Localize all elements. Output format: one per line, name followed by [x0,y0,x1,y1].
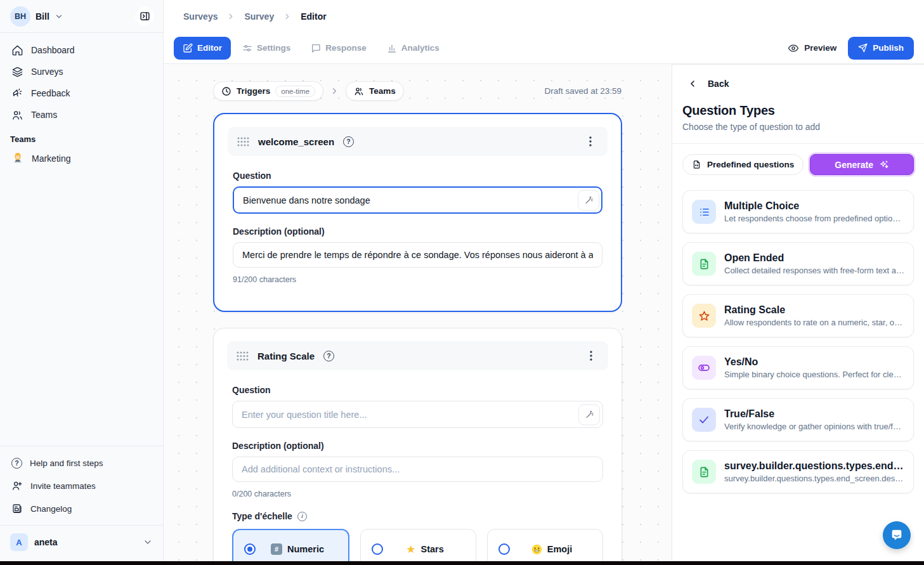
sidebar-item-label: Feedback [31,88,70,98]
question-description-input[interactable] [233,242,602,268]
editor-toolbar: Editor Settings Response Analytics Previ… [164,32,924,64]
type-card-rating-scale[interactable]: Rating Scale Allow respondents to rate o… [682,294,914,337]
type-card-multiple-choice[interactable]: Multiple Choice Let respondents choose f… [682,190,914,233]
generate-label: Generate [835,160,873,170]
panel-divider [672,143,924,144]
users-icon [354,86,364,96]
question-card-welcome-screen[interactable]: welcome_screen ? Question Description (o… [213,113,622,312]
info-icon[interactable]: i [297,512,307,521]
card-title: Rating Scale [257,351,315,361]
toggle-icon [692,356,716,380]
type-title: True/False [724,408,904,420]
type-card-yes-no[interactable]: Yes/No Simple binary choice questions. P… [682,346,914,389]
sidebar-item-changelog[interactable]: Changelog [5,497,158,520]
account-switcher[interactable]: A aneta [0,526,163,561]
type-title: Open Ended [724,252,904,264]
megaphone-icon [11,88,23,100]
sidebar-item-label: Dashboard [31,45,75,55]
radio-unselected[interactable] [498,543,510,555]
triggers-label: Triggers [237,86,270,96]
kebab-menu-icon[interactable] [583,134,598,149]
sidebar-item-label: Surveys [31,67,63,77]
sidebar-item-label: Invite teammates [30,481,96,491]
question-title-input[interactable] [232,401,603,428]
account-name: aneta [34,537,136,547]
scale-option-label: Stars [420,544,443,554]
teams-chip[interactable]: Teams [346,81,404,101]
card-header: Rating Scale ? [227,341,608,370]
workspace-name[interactable]: Bill [36,11,49,22]
teams-section-label: Teams [0,126,163,146]
radio-selected[interactable] [244,543,256,555]
scale-option-numeric[interactable]: # Numeric [232,529,349,561]
question-types-panel: Back Question Types Choose the type of q… [672,64,924,561]
question-card-rating-scale[interactable]: Rating Scale ? Question Description (opt… [213,328,622,561]
tab-label: Response [325,43,367,53]
home-icon [11,44,23,56]
sidebar-item-help[interactable]: ? Help and first steps [5,451,158,474]
sidebar-item-dashboard[interactable]: Dashboard [5,39,158,61]
collapse-sidebar-button[interactable] [135,7,154,26]
question-title-input[interactable] [233,186,602,214]
list-icon [692,200,716,224]
sidebar-item-feedback[interactable]: Feedback [5,82,158,104]
trigger-frequency-badge: one-time [275,86,315,97]
predefined-questions-button[interactable]: Predefined questions [682,154,804,175]
back-button[interactable]: Back [682,79,914,89]
drag-handle-icon[interactable] [237,137,249,146]
chevron-down-icon [143,537,153,547]
workspace-avatar[interactable]: BH [10,6,30,27]
drag-handle-icon[interactable] [237,351,249,361]
publish-button[interactable]: Publish [848,37,914,60]
radio-unselected[interactable] [372,543,383,555]
kebab-menu-icon[interactable] [583,348,599,363]
document-icon [692,460,716,484]
type-title: Multiple Choice [724,200,904,212]
panel-subtitle: Choose the type of question to add [682,122,914,132]
card-title: welcome_screen [258,136,334,147]
tab-analytics[interactable]: Analytics [378,37,448,60]
survey-builder-app: BH Bill Dashboard Surveys Feedback [0,0,924,565]
star-icon [692,304,716,328]
draft-status: Draft saved at 23:59 [544,86,621,96]
tab-label: Settings [257,43,290,53]
tab-editor[interactable]: Editor [174,37,231,60]
sidebar-item-team-marketing[interactable]: Marketing [5,148,158,169]
layers-icon [11,66,23,78]
tab-response[interactable]: Response [302,37,375,60]
sidebar-item-label: Teams [31,110,57,120]
type-card-true-false[interactable]: True/False Verify knowledge or gather op… [682,398,914,441]
pencil-square-icon [183,43,193,53]
sidebar-item-surveys[interactable]: Surveys [5,61,158,82]
generate-button[interactable]: Generate [810,154,914,175]
type-card-end-screen[interactable]: survey.builder.questions.types.end_scr..… [682,450,914,493]
sidebar-item-label: Help and first steps [30,458,103,468]
panel-title: Question Types [682,103,914,118]
sidebar-item-teams[interactable]: Teams [5,104,158,126]
tab-label: Editor [197,43,222,53]
account-avatar: A [10,533,28,551]
help-circle-icon[interactable]: ? [343,136,354,147]
question-label: Question [232,385,603,395]
scale-option-emoji[interactable]: Emoji [487,529,603,561]
type-description: Simple binary choice questions. Perfect … [724,370,904,379]
sidebar: BH Bill Dashboard Surveys Feedback [0,0,164,561]
triggers-chip[interactable]: Triggers one-time [213,81,323,101]
tab-settings[interactable]: Settings [233,37,299,60]
star-emoji-icon: ★ [406,544,415,555]
scale-option-stars[interactable]: ★ Stars [360,529,476,561]
file-code-icon [692,160,701,169]
question-description-input[interactable] [232,457,603,482]
type-card-open-ended[interactable]: Open Ended Collect detailed responses wi… [682,242,914,285]
breadcrumb-surveys[interactable]: Surveys [183,11,218,22]
breadcrumb: Surveys Survey Editor [164,0,924,32]
chat-launcher-button[interactable] [883,521,911,549]
sidebar-item-invite[interactable]: Invite teammates [5,474,158,497]
type-title: Yes/No [724,356,904,368]
breadcrumb-survey[interactable]: Survey [244,11,274,22]
magic-wand-button[interactable] [578,404,600,425]
magic-wand-button[interactable] [578,190,599,211]
type-description: Collect detailed responses with free-for… [724,266,904,275]
preview-button[interactable]: Preview [779,37,845,60]
help-circle-icon[interactable]: ? [323,351,334,361]
